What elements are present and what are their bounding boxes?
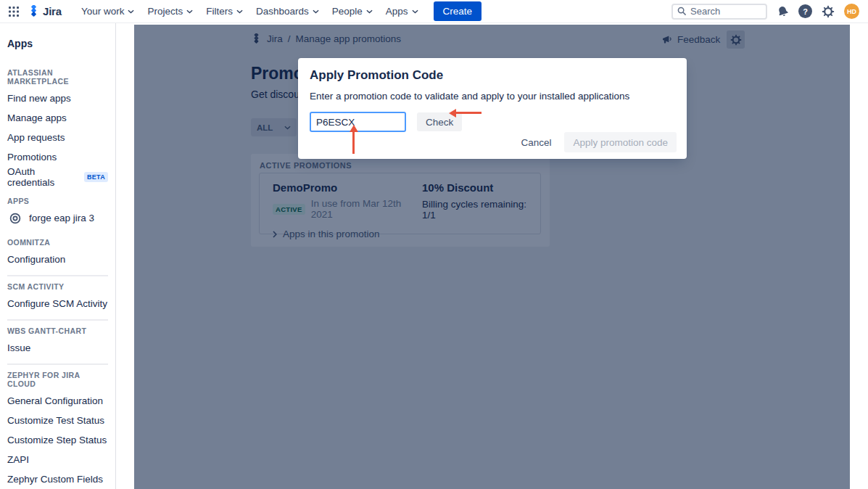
jira-logo[interactable]: Jira — [28, 5, 62, 17]
help-icon[interactable]: ? — [798, 4, 812, 18]
dialog-title: Apply Promotion Code — [310, 68, 675, 83]
target-icon — [9, 213, 21, 224]
chevron-down-icon — [128, 9, 134, 14]
sidebar-item-zapi[interactable]: ZAPI — [7, 450, 108, 469]
jira-logo-icon — [28, 5, 40, 17]
chevron-down-icon — [186, 9, 193, 14]
chevron-down-icon — [366, 9, 373, 14]
nav-item-dashboards[interactable]: Dashboards — [256, 6, 319, 17]
sidebar-item-find-new-apps[interactable]: Find new apps — [7, 89, 108, 108]
apply-promotion-code-dialog: Apply Promotion Code Enter a promotion c… — [298, 58, 687, 159]
sidebar-section-wbs-gantt-chart: WBS GANTT-CHART — [7, 326, 108, 335]
annotation-arrow-to-check-button — [456, 112, 481, 114]
nav-item-people[interactable]: People — [332, 6, 373, 17]
apply-promotion-code-button[interactable]: Apply promotion code — [564, 132, 677, 152]
sidebar-section-apps: APPS — [7, 197, 108, 205]
search-box[interactable] — [671, 4, 767, 20]
sidebar-item-general-configuration[interactable]: General Configuration — [7, 391, 108, 411]
sidebar-item-customize-step-status[interactable]: Customize Step Status — [7, 430, 108, 450]
sidebar-section-atlassian-marketplace: ATLASSIAN MARKETPLACE — [7, 68, 108, 86]
user-avatar[interactable]: HD — [844, 4, 859, 19]
sidebar-item-configure-scm-activity[interactable]: Configure SCM Activity — [7, 294, 108, 313]
cancel-button[interactable]: Cancel — [512, 133, 560, 152]
sidebar-section-scm-activity: SCM ACTIVITY — [7, 282, 108, 291]
sidebar-item-customize-test-status[interactable]: Customize Test Status — [7, 411, 108, 430]
notifications-icon[interactable] — [777, 5, 789, 17]
sidebar-item-promotions[interactable]: Promotions — [7, 147, 108, 167]
sidebar: Apps ATLASSIAN MARKETPLACE Find new apps… — [0, 23, 116, 489]
chevron-down-icon — [412, 9, 418, 14]
promotion-code-input[interactable] — [310, 112, 406, 132]
chevron-down-icon — [236, 9, 243, 14]
dialog-description: Enter a promotion code to validate and a… — [310, 91, 675, 102]
nav-item-your-work[interactable]: Your work — [81, 6, 135, 17]
sidebar-item-manage-apps[interactable]: Manage apps — [7, 108, 108, 128]
sidebar-item-zephyr-custom-fields[interactable]: Zephyr Custom Fields — [7, 469, 108, 489]
sidebar-item-issue[interactable]: Issue — [7, 338, 108, 358]
chevron-down-icon — [313, 9, 319, 14]
sidebar-divider — [7, 275, 108, 276]
annotation-arrow-to-code-input — [352, 132, 355, 154]
sidebar-item-app-requests[interactable]: App requests — [7, 128, 108, 147]
sidebar-item-oauth-credentials[interactable]: OAuth credentials BETA — [7, 167, 108, 186]
create-button[interactable]: Create — [434, 1, 482, 21]
top-navigation: Jira Your work Projects Filters Dashboar… — [0, 0, 868, 23]
sidebar-section-zephyr: ZEPHYR FOR JIRA CLOUD — [7, 371, 108, 388]
sidebar-title: Apps — [7, 38, 108, 49]
nav-item-projects[interactable]: Projects — [147, 6, 193, 17]
nav-item-filters[interactable]: Filters — [206, 6, 243, 17]
settings-icon[interactable] — [822, 5, 835, 18]
app-switcher-icon[interactable] — [9, 7, 19, 17]
nav-item-apps[interactable]: Apps — [386, 6, 418, 17]
sidebar-section-oomnitza: OOMNITZA — [7, 238, 108, 247]
beta-badge: BETA — [84, 172, 108, 182]
sidebar-item-configuration[interactable]: Configuration — [7, 250, 108, 269]
sidebar-item-forge-eap-jira-3[interactable]: forge eap jira 3 — [7, 208, 108, 228]
search-input[interactable] — [690, 6, 756, 17]
jira-logo-text: Jira — [43, 5, 62, 17]
sidebar-divider — [7, 319, 108, 321]
sidebar-divider — [7, 363, 108, 365]
search-icon — [677, 7, 687, 16]
